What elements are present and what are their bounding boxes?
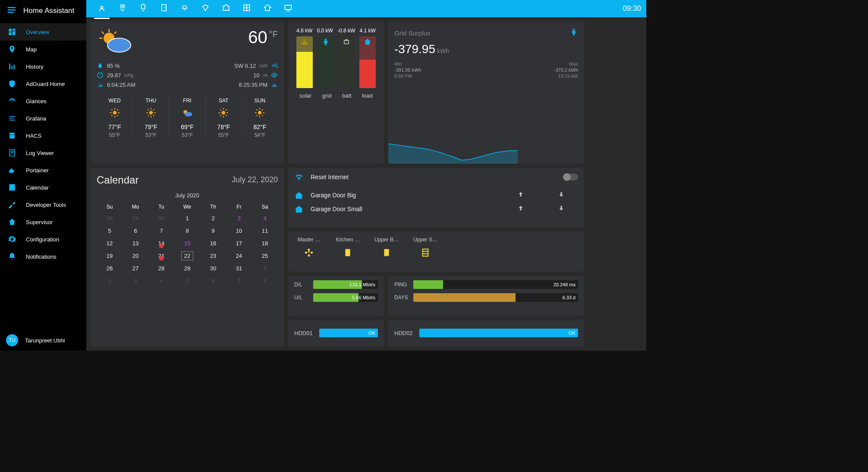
gift-icon: [158, 243, 164, 250]
door-down-button[interactable]: [544, 190, 578, 200]
grafana-icon: [8, 114, 16, 123]
calendar-day[interactable]: 24: [226, 250, 252, 262]
weather-card: 60 °F 85 % 29.87 inHg 6:04:25 AM SW 6.12…: [91, 22, 284, 164]
store-icon: [8, 131, 16, 140]
calendar-day[interactable]: 6: [200, 275, 226, 287]
tab-lights[interactable]: [133, 0, 154, 17]
calendar-day[interactable]: 29: [174, 263, 200, 274]
calendar-day[interactable]: 14: [148, 238, 174, 249]
grid-surplus-card: Grid Surplus -379.95 kWh Min -391.95 kWh…: [388, 22, 584, 164]
avatar: TU: [6, 334, 18, 346]
calendar-day[interactable]: 29: [123, 212, 148, 224]
tab-camera[interactable]: [216, 0, 236, 17]
calendar-day[interactable]: 4: [252, 212, 278, 224]
calendar-day[interactable]: 22: [174, 250, 200, 262]
sidebar-item-configuration[interactable]: Configuration: [0, 231, 86, 248]
sidebar-item-developer-tools[interactable]: Developer Tools: [0, 196, 86, 213]
tab-home[interactable]: [91, 0, 112, 17]
svg-point-16: [149, 111, 153, 115]
calendar-day[interactable]: 3: [226, 212, 252, 224]
calendar-day[interactable]: 18: [252, 238, 278, 249]
calendar-day[interactable]: 2: [200, 212, 226, 224]
tab-house[interactable]: [257, 0, 278, 17]
sidebar-item-glances[interactable]: Glances: [0, 92, 86, 110]
calendar-date: July 22, 2020: [232, 175, 278, 184]
door-down-button[interactable]: [544, 204, 578, 214]
sidebar-item-history[interactable]: History: [0, 58, 86, 75]
sidebar-item-hacs[interactable]: HACS: [0, 127, 86, 144]
sensor-item[interactable]: Upper B…: [374, 237, 399, 266]
calendar-day[interactable]: 12: [97, 238, 123, 249]
tab-camera-dome[interactable]: [174, 0, 195, 17]
sensor-item[interactable]: Upper S…: [412, 237, 438, 266]
calendar-day[interactable]: 4: [148, 275, 174, 287]
calendar-day[interactable]: 5: [174, 275, 200, 287]
calendar-day[interactable]: 10: [226, 225, 252, 237]
sidebar-item-calendar[interactable]: Calendar: [0, 179, 86, 196]
calendar-day[interactable]: 25: [252, 250, 278, 262]
svg-line-23: [148, 115, 148, 116]
calendar-day[interactable]: 1: [174, 212, 200, 224]
calendar-day[interactable]: 31: [226, 263, 252, 274]
tab-screens[interactable]: [278, 0, 299, 17]
calendar-day[interactable]: 9: [200, 225, 226, 237]
sidebar-item-log-viewer[interactable]: Log Viewer: [0, 144, 86, 162]
svg-point-27: [222, 111, 226, 115]
tab-floorplan[interactable]: [236, 0, 257, 17]
calendar-day[interactable]: 13: [123, 238, 148, 249]
svg-line-34: [220, 115, 221, 116]
sensor-item[interactable]: Master …: [296, 237, 322, 266]
svg-line-21: [148, 109, 148, 110]
calendar-day[interactable]: 1: [252, 263, 278, 274]
sidebar-item-grafana[interactable]: Grafana: [0, 110, 86, 127]
sidebar-header: Home Assistant: [0, 0, 86, 22]
garage-door-row: Garage Door Small: [294, 204, 578, 214]
sidebar-item-map[interactable]: Map: [0, 41, 86, 58]
house-icon: [263, 3, 272, 12]
sunrise: 6:04:25 AM: [97, 81, 135, 88]
menu-icon[interactable]: [7, 5, 16, 16]
doors-icon: [160, 3, 168, 12]
svg-line-35: [226, 109, 227, 110]
sidebar-user[interactable]: TU Tarunpreet Ubhi: [0, 330, 86, 351]
calendar-day[interactable]: 28: [97, 212, 123, 224]
calendar-day[interactable]: 27: [123, 263, 148, 274]
calendar-day[interactable]: 30: [200, 263, 226, 274]
door-up-button[interactable]: [504, 190, 538, 200]
calendar-day[interactable]: 20: [123, 250, 148, 262]
calendar-day[interactable]: 7: [148, 225, 174, 237]
calendar-day[interactable]: 28: [148, 263, 174, 274]
sidebar-item-supervisor[interactable]: Supervisor: [0, 213, 86, 231]
calendar-day[interactable]: 3: [123, 275, 148, 287]
reset-internet-toggle[interactable]: [563, 174, 578, 181]
calendar-day[interactable]: 21: [148, 250, 174, 262]
wind: SW 6.12 mi/h: [234, 62, 278, 69]
calendar-day[interactable]: 7: [226, 275, 252, 287]
sidebar: Home Assistant OverviewMapHistoryAdGuard…: [0, 0, 86, 351]
svg-line-32: [220, 109, 221, 110]
sidebar-item-overview[interactable]: Overview: [0, 23, 86, 41]
calendar-day[interactable]: 11: [252, 225, 278, 237]
sidebar-item-notifications[interactable]: Notifications: [0, 248, 86, 265]
grid-icon: [322, 38, 330, 48]
calendar-day[interactable]: 8: [252, 275, 278, 287]
tab-security[interactable]: [195, 0, 216, 17]
sensor-item[interactable]: Kitchen …: [335, 237, 361, 266]
calendar-day[interactable]: 19: [97, 250, 123, 262]
calendar-day[interactable]: 16: [200, 238, 226, 249]
calendar-day[interactable]: 26: [97, 263, 123, 274]
door-up-button[interactable]: [504, 204, 538, 214]
svg-line-44: [262, 109, 263, 110]
tab-climate[interactable]: [112, 0, 133, 17]
calendar-day[interactable]: 17: [226, 238, 252, 249]
sidebar-item-adguard-home[interactable]: AdGuard Home: [0, 75, 86, 92]
calendar-day[interactable]: 5: [97, 225, 123, 237]
sidebar-item-portainer[interactable]: Portainer: [0, 162, 86, 179]
calendar-day[interactable]: 15: [174, 238, 200, 249]
calendar-day[interactable]: 6: [123, 225, 148, 237]
calendar-day[interactable]: 30: [148, 212, 174, 224]
calendar-day[interactable]: 8: [174, 225, 200, 237]
calendar-day[interactable]: 23: [200, 250, 226, 262]
tab-doors[interactable]: [154, 0, 174, 17]
calendar-day[interactable]: 2: [97, 275, 123, 287]
